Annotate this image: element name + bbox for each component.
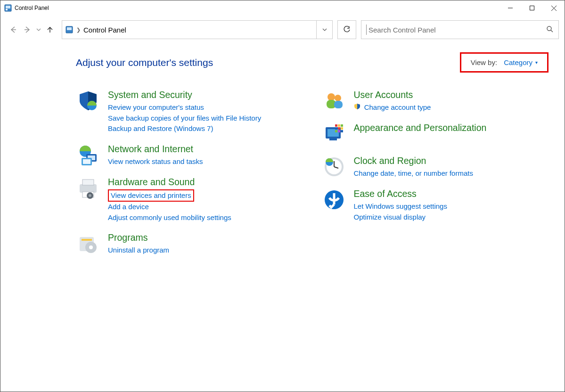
- view-by-label: View by:: [471, 58, 497, 66]
- column-left: System and Security Review your computer…: [76, 89, 303, 264]
- view-by-control[interactable]: View by: Category ▾: [460, 52, 549, 73]
- category-columns: System and Security Review your computer…: [76, 89, 549, 264]
- search-icon: [546, 25, 554, 34]
- svg-point-28: [328, 93, 335, 101]
- category-title[interactable]: User Accounts: [354, 90, 431, 100]
- link-mobility-settings[interactable]: Adjust commonly used mobility settings: [108, 212, 231, 223]
- page-title: Adjust your computer's settings: [76, 57, 213, 68]
- category-title[interactable]: Network and Internet: [108, 144, 203, 155]
- maximize-button[interactable]: [521, 0, 543, 16]
- category-hardware-and-sound: Hardware and Sound View devices and prin…: [76, 176, 303, 223]
- category-title[interactable]: System and Security: [108, 90, 261, 100]
- chevron-right-icon: ❯: [76, 27, 81, 33]
- link-change-account-type[interactable]: Change account type: [354, 102, 431, 113]
- svg-rect-40: [341, 127, 343, 130]
- category-title[interactable]: Clock and Region: [354, 155, 473, 166]
- link-optimize-visual[interactable]: Optimize visual display: [354, 212, 447, 223]
- ease-of-access-icon: [322, 188, 346, 212]
- svg-rect-19: [80, 184, 97, 193]
- address-dropdown[interactable]: [316, 21, 332, 39]
- svg-rect-38: [335, 127, 337, 130]
- svg-rect-34: [329, 139, 337, 140]
- svg-point-30: [335, 95, 341, 101]
- address-bar[interactable]: ❯ Control Panel: [62, 20, 333, 39]
- svg-rect-18: [83, 159, 90, 164]
- svg-rect-10: [67, 27, 72, 30]
- link-devices-printers[interactable]: View devices and printers: [111, 190, 191, 201]
- svg-rect-4: [530, 6, 534, 10]
- titlebar-left: Control Panel: [4, 4, 49, 12]
- appearance-icon: [322, 122, 346, 146]
- breadcrumb[interactable]: Control Panel: [83, 26, 126, 34]
- search-box[interactable]: [361, 20, 559, 39]
- minimize-button[interactable]: [499, 0, 521, 16]
- category-title[interactable]: Appearance and Personalization: [354, 122, 487, 133]
- svg-rect-2: [6, 9, 8, 10]
- svg-rect-25: [82, 239, 92, 241]
- titlebar: Control Panel: [0, 0, 565, 16]
- network-icon: [76, 143, 100, 167]
- svg-rect-1: [6, 6, 10, 8]
- category-clock-and-region: Clock and Region Change date, time, or n…: [322, 155, 549, 179]
- svg-rect-35: [335, 124, 337, 127]
- users-icon: [322, 89, 346, 113]
- svg-rect-42: [338, 130, 340, 132]
- svg-point-27: [89, 245, 93, 249]
- link-network-status[interactable]: View network status and tasks: [108, 156, 203, 167]
- window-controls: [499, 0, 565, 16]
- content: Adjust your computer's settings View by:…: [0, 44, 565, 264]
- svg-rect-43: [341, 130, 343, 132]
- window-title: Control Panel: [15, 5, 49, 11]
- link-windows-suggest[interactable]: Let Windows suggest settings: [354, 201, 447, 212]
- control-panel-icon: [4, 4, 12, 12]
- link-file-history[interactable]: Save backup copies of your files with Fi…: [108, 113, 261, 124]
- programs-icon: [76, 231, 100, 256]
- refresh-button[interactable]: [337, 20, 356, 39]
- up-button[interactable]: [43, 23, 57, 37]
- category-network-and-internet: Network and Internet View network status…: [76, 143, 303, 167]
- svg-point-11: [547, 26, 551, 31]
- svg-rect-37: [341, 124, 343, 127]
- svg-rect-41: [335, 130, 337, 132]
- printer-icon: [76, 176, 100, 200]
- category-appearance-and-personalization: Appearance and Personalization: [322, 122, 549, 146]
- link-review-status[interactable]: Review your computer's status: [108, 102, 261, 113]
- svg-point-23: [89, 194, 91, 197]
- link-uninstall-program[interactable]: Uninstall a program: [108, 245, 169, 256]
- category-system-and-security: System and Security Review your computer…: [76, 89, 303, 134]
- highlight-devices-printers: View devices and printers: [108, 189, 194, 202]
- svg-rect-39: [338, 127, 340, 130]
- toolbar: ❯ Control Panel: [0, 16, 565, 44]
- clock-icon: [322, 155, 346, 179]
- svg-line-12: [551, 30, 553, 32]
- back-button[interactable]: [6, 23, 20, 37]
- svg-rect-31: [334, 101, 343, 108]
- link-date-time-format[interactable]: Change date, time, or number formats: [354, 168, 473, 179]
- content-header: Adjust your computer's settings View by:…: [76, 52, 549, 73]
- category-title[interactable]: Ease of Access: [354, 188, 447, 199]
- view-by-value[interactable]: Category ▾: [504, 58, 538, 66]
- category-programs: Programs Uninstall a program: [76, 231, 303, 256]
- close-button[interactable]: [543, 0, 565, 16]
- link-add-device[interactable]: Add a device: [108, 202, 231, 212]
- category-title[interactable]: Programs: [108, 232, 169, 243]
- link-backup-restore[interactable]: Backup and Restore (Windows 7): [108, 123, 261, 134]
- shield-icon: [76, 89, 100, 113]
- caret-down-icon: ▾: [535, 60, 538, 65]
- category-title[interactable]: Hardware and Sound: [108, 177, 231, 188]
- uac-shield-icon: [354, 103, 362, 111]
- svg-rect-20: [82, 180, 94, 185]
- recent-dropdown[interactable]: [34, 23, 43, 37]
- control-panel-crumb-icon: [65, 25, 74, 34]
- nav-arrows: [6, 20, 57, 39]
- category-user-accounts: User Accounts Change account type: [322, 89, 549, 113]
- category-ease-of-access: Ease of Access Let Windows suggest setti…: [322, 188, 549, 222]
- forward-button[interactable]: [20, 23, 34, 37]
- svg-rect-36: [338, 124, 340, 127]
- search-input[interactable]: [366, 24, 546, 35]
- column-right: User Accounts Change account type: [322, 89, 549, 264]
